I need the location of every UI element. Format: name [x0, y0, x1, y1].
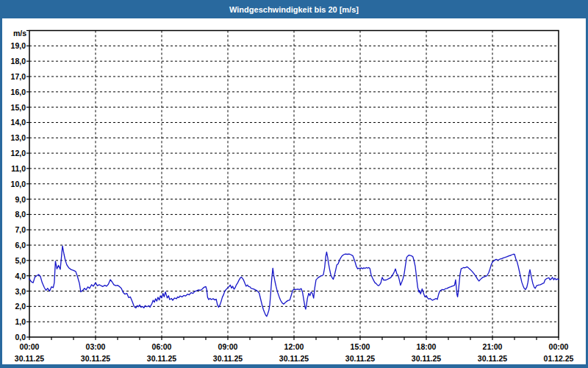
x-date-label: 01.12.25 [544, 354, 574, 363]
x-time-label: 00:00 [549, 342, 569, 351]
x-time-label: 12:00 [284, 342, 304, 351]
x-time-label: 00:00 [20, 342, 40, 351]
y-tick-label: 15,0 [11, 103, 26, 112]
y-tick-label: 7,0 [15, 225, 26, 234]
y-tick-label: 12,0 [11, 149, 26, 158]
y-unit-label: m/s [13, 29, 26, 38]
y-tick-label: 3,0 [15, 287, 26, 296]
y-tick-label: 6,0 [15, 241, 26, 250]
x-date-label: 30.11.25 [147, 354, 176, 363]
x-time-label: 18:00 [417, 342, 437, 351]
y-tick-label: 9,0 [15, 195, 26, 204]
x-date-label: 30.11.25 [15, 354, 44, 363]
wind-speed-chart: 0,01,02,03,04,05,06,07,08,09,010,011,012… [0, 0, 588, 368]
x-time-label: 21:00 [483, 342, 503, 351]
y-tick-label: 16,0 [11, 88, 26, 96]
axis-ticks [26, 31, 559, 341]
chart-window: Windgeschwindigkeit bis 20 [m/s] 0,01,02… [0, 0, 588, 368]
x-axis-labels: 00:0030.11.2503:0030.11.2506:0030.11.250… [15, 342, 574, 363]
y-tick-label: 10,0 [11, 180, 26, 188]
y-tick-label: 5,0 [15, 256, 26, 265]
y-tick-label: 18,0 [11, 57, 26, 66]
y-tick-label: 13,0 [11, 133, 26, 142]
x-time-label: 03:00 [86, 342, 106, 351]
x-time-label: 09:00 [218, 342, 238, 351]
x-date-label: 30.11.25 [412, 354, 441, 363]
x-date-label: 30.11.25 [478, 354, 507, 363]
y-tick-label: 17,0 [11, 72, 26, 81]
y-tick-label: 8,0 [15, 210, 26, 219]
x-time-label: 15:00 [351, 342, 370, 351]
y-tick-label: 14,0 [11, 118, 26, 127]
x-date-label: 30.11.25 [213, 354, 243, 363]
x-date-label: 30.11.25 [345, 354, 375, 363]
x-date-label: 30.11.25 [81, 354, 110, 363]
x-date-label: 30.11.25 [279, 354, 309, 363]
y-axis-labels: 0,01,02,03,04,05,06,07,08,09,010,011,012… [11, 29, 27, 342]
y-tick-label: 1,0 [15, 317, 26, 326]
y-tick-label: 0,0 [15, 333, 26, 342]
y-tick-label: 2,0 [15, 302, 26, 311]
y-tick-label: 19,0 [11, 41, 26, 50]
gridlines [29, 31, 559, 338]
x-time-label: 06:00 [152, 342, 172, 351]
y-tick-label: 11,0 [11, 164, 26, 173]
y-tick-label: 4,0 [15, 272, 26, 280]
